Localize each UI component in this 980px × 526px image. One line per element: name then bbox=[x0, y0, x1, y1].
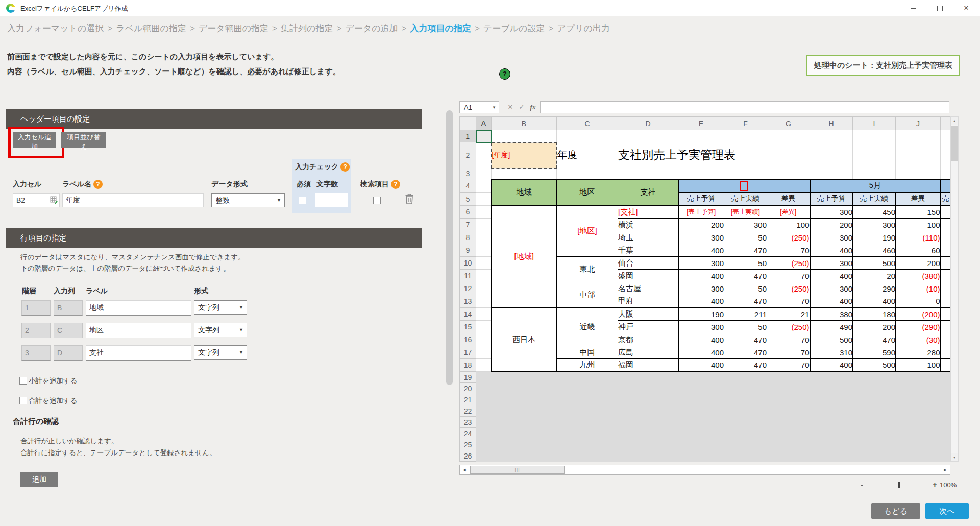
value-cell[interactable]: 380 bbox=[810, 308, 853, 321]
value-cell[interactable]: 470 bbox=[724, 295, 767, 308]
branch-cell[interactable]: 千葉 bbox=[618, 244, 678, 257]
district-header-cell[interactable]: 地区 bbox=[557, 179, 618, 206]
vertical-scrollbar[interactable]: ▲ ▼ bbox=[950, 116, 959, 462]
row-header[interactable]: 19 bbox=[460, 372, 476, 383]
column-header[interactable]: C bbox=[557, 117, 618, 130]
grid-cell[interactable] bbox=[810, 142, 853, 168]
row-header[interactable]: 11 bbox=[460, 270, 476, 282]
clipped-cell[interactable] bbox=[941, 270, 951, 282]
value-cell[interactable]: 211 bbox=[724, 308, 767, 321]
row-header[interactable]: 14 bbox=[460, 308, 476, 321]
grid-cell[interactable] bbox=[476, 333, 492, 346]
column-header[interactable]: G bbox=[767, 117, 810, 130]
label-name-help-icon[interactable]: ? bbox=[93, 180, 103, 189]
value-cell[interactable]: (110) bbox=[896, 231, 941, 244]
breadcrumb-step[interactable]: 集計列の指定 bbox=[281, 23, 333, 33]
value-cell[interactable]: 470 bbox=[724, 270, 767, 282]
value-cell[interactable]: 300 bbox=[810, 206, 853, 219]
empty-area[interactable] bbox=[476, 428, 951, 439]
value-cell[interactable]: 300 bbox=[724, 219, 767, 231]
value-cell[interactable]: 400 bbox=[810, 244, 853, 257]
district-cell[interactable]: 中国 bbox=[557, 346, 618, 359]
value-cell[interactable]: 400 bbox=[810, 295, 853, 308]
grid-cell[interactable] bbox=[853, 168, 896, 179]
value-cell[interactable]: (10) bbox=[896, 282, 941, 295]
value-cell[interactable]: 190 bbox=[853, 231, 896, 244]
reorder-items-button[interactable]: 項目並び替え bbox=[61, 132, 106, 148]
value-cell[interactable]: 470 bbox=[853, 333, 896, 346]
value-cell[interactable]: 450 bbox=[853, 206, 896, 219]
metric-header-cell[interactable]: 差異 bbox=[767, 193, 810, 206]
data-format-select[interactable]: 整数 ▼ bbox=[211, 193, 285, 207]
row-header[interactable]: 8 bbox=[460, 231, 476, 244]
search-item-checkbox[interactable] bbox=[373, 197, 381, 204]
value-cell[interactable]: 150 bbox=[896, 206, 941, 219]
value-cell[interactable]: 100 bbox=[896, 359, 941, 372]
grid-cell[interactable] bbox=[476, 231, 492, 244]
month3-header-cell[interactable] bbox=[941, 179, 951, 193]
close-button[interactable]: ✕ bbox=[958, 0, 975, 16]
grid-cell[interactable] bbox=[810, 130, 853, 142]
value-cell[interactable]: (250) bbox=[767, 257, 810, 270]
clipped-cell[interactable] bbox=[941, 295, 951, 308]
value-cell[interactable]: 300 bbox=[810, 257, 853, 270]
grid-cell[interactable] bbox=[810, 168, 853, 179]
column-header[interactable] bbox=[941, 117, 951, 130]
branch-cell[interactable]: 横浜 bbox=[618, 219, 678, 231]
cancel-formula-icon[interactable]: ✕ bbox=[505, 102, 516, 112]
breadcrumb-step[interactable]: 入力項目の指定 bbox=[410, 23, 471, 33]
value-cell[interactable]: 300 bbox=[810, 282, 853, 295]
grid-cell[interactable] bbox=[476, 308, 492, 321]
branch-cell[interactable]: 甲府 bbox=[618, 295, 678, 308]
total-checkbox[interactable] bbox=[19, 397, 27, 404]
row-header[interactable]: 2 bbox=[460, 142, 476, 168]
grid-cell[interactable] bbox=[896, 142, 941, 168]
scroll-left-icon[interactable]: ◄ bbox=[460, 465, 469, 474]
grid-cell[interactable] bbox=[476, 295, 492, 308]
value-cell[interactable]: 470 bbox=[724, 346, 767, 359]
clipped-cell[interactable] bbox=[941, 231, 951, 244]
empty-area[interactable] bbox=[476, 417, 951, 428]
value-cell[interactable]: 400 bbox=[678, 244, 724, 257]
value-cell[interactable]: 70 bbox=[767, 333, 810, 346]
value-cell[interactable]: (30) bbox=[896, 333, 941, 346]
value-cell[interactable]: 470 bbox=[724, 333, 767, 346]
row-header[interactable]: 13 bbox=[460, 295, 476, 308]
grid-cell[interactable] bbox=[476, 193, 492, 206]
branch-cell[interactable]: 埼玉 bbox=[618, 231, 678, 244]
value-cell[interactable]: 400 bbox=[678, 346, 724, 359]
district-cell[interactable]: 東北 bbox=[557, 257, 618, 282]
branch-cell[interactable]: 仙台 bbox=[618, 257, 678, 270]
metric-header-cell[interactable]: 売上予算 bbox=[678, 193, 724, 206]
enter-formula-icon[interactable]: ✓ bbox=[517, 102, 527, 112]
branch-cell[interactable]: 盛岡 bbox=[618, 270, 678, 282]
value-cell[interactable]: [売上予算] bbox=[678, 206, 724, 219]
value-cell[interactable]: 50 bbox=[724, 282, 767, 295]
row-header[interactable]: 1 bbox=[460, 130, 476, 142]
grid-cell[interactable] bbox=[476, 179, 492, 193]
branch-cell[interactable]: [支社] bbox=[618, 206, 678, 219]
clipped-cell[interactable] bbox=[941, 308, 951, 321]
clipped-cell[interactable] bbox=[941, 219, 951, 231]
name-box[interactable]: A1 ▼ bbox=[459, 101, 499, 113]
value-cell[interactable]: 200 bbox=[810, 219, 853, 231]
label-field[interactable] bbox=[86, 300, 191, 316]
breadcrumb-step[interactable]: テーブルの設定 bbox=[483, 23, 545, 33]
branch-cell[interactable]: 広島 bbox=[618, 346, 678, 359]
column-header[interactable]: E bbox=[678, 117, 724, 130]
month1-header-cell[interactable] bbox=[678, 179, 810, 193]
value-cell[interactable]: 200 bbox=[853, 321, 896, 333]
char-count-field[interactable] bbox=[315, 193, 348, 207]
grid-cell[interactable] bbox=[476, 257, 492, 270]
row-header[interactable]: 22 bbox=[460, 405, 476, 417]
clipped-cell[interactable] bbox=[941, 244, 951, 257]
value-cell[interactable]: (290) bbox=[896, 321, 941, 333]
row-header[interactable]: 25 bbox=[460, 439, 476, 450]
corner-cell[interactable] bbox=[460, 117, 476, 130]
grid-cell[interactable] bbox=[678, 168, 724, 179]
grid-cell[interactable] bbox=[476, 270, 492, 282]
region-cell[interactable]: [地域] bbox=[492, 206, 557, 308]
value-cell[interactable]: 470 bbox=[724, 244, 767, 257]
value-cell[interactable]: 400 bbox=[810, 270, 853, 282]
maximize-button[interactable] bbox=[931, 0, 948, 16]
